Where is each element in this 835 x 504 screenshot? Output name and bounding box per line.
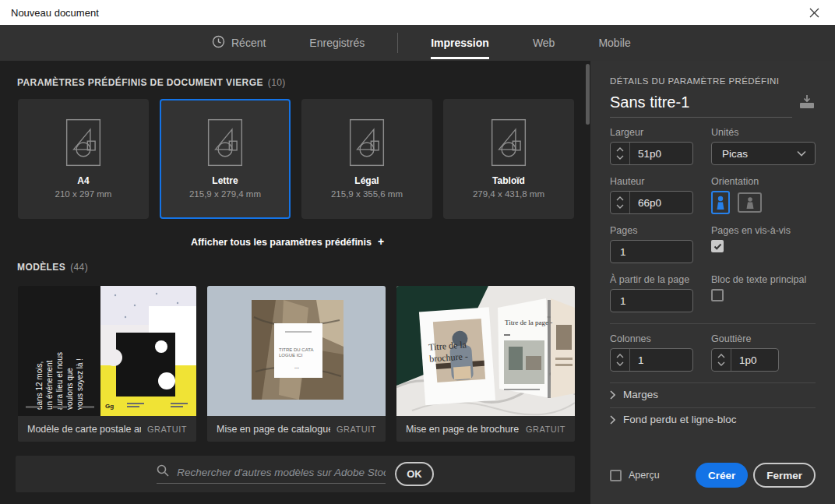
units-dropdown[interactable]: Picas	[711, 142, 816, 165]
chevron-up-icon	[717, 354, 725, 358]
title-bar: Nouveau document	[0, 0, 835, 25]
chevron-down-icon	[797, 150, 806, 157]
tab-label: Mobile	[598, 37, 630, 49]
close-button[interactable]: Fermer	[753, 463, 816, 488]
pages-input[interactable]	[611, 246, 692, 258]
columns-label: Colonnes	[610, 333, 693, 344]
columns-field	[610, 348, 693, 372]
brochure-page-title: Titre de la page -	[505, 319, 552, 326]
orientation-portrait-icon[interactable]	[711, 191, 730, 214]
template-label-row: Mise en page de brochure pa... GRATUIT	[396, 416, 575, 442]
template-name: Mise en page de brochure pa...	[406, 424, 520, 435]
tab-enregistres[interactable]: Enregistrés	[287, 25, 386, 61]
close-icon[interactable]	[805, 5, 824, 21]
presets-count: (10)	[268, 77, 286, 88]
tab-label: Web	[533, 37, 555, 49]
height-input[interactable]	[630, 197, 692, 209]
width-input[interactable]	[630, 148, 692, 160]
gutter-group: Gouttière	[711, 333, 816, 372]
orientation-label: Orientation	[711, 176, 816, 187]
height-field	[610, 191, 693, 214]
document-icon	[64, 118, 103, 167]
preview-checkbox[interactable]	[610, 470, 622, 481]
catalogue-title-line1: TITRE DU CATA	[279, 347, 313, 352]
pages-group: Pages	[610, 225, 693, 263]
preset-card-a4[interactable]: A4 210 x 297 mm	[18, 99, 149, 219]
free-badge: GRATUIT	[336, 425, 376, 434]
chevron-up-icon	[616, 354, 624, 358]
preset-card-legal[interactable]: Légal 215,9 x 355,6 mm	[301, 99, 432, 219]
start-page-input[interactable]	[611, 295, 692, 307]
show-all-presets-link[interactable]: Afficher tous les paramètres prédéfinis+	[0, 235, 575, 248]
search-ok-button[interactable]: OK	[395, 462, 434, 486]
search-input[interactable]	[177, 467, 386, 478]
preset-dims: 215,9 x 355,6 mm	[331, 189, 403, 199]
preset-dims: 279,4 x 431,8 mm	[473, 189, 544, 199]
content-area: PARAMÈTRES PRÉDÉFINIS DE DOCUMENT VIERGE…	[0, 61, 590, 504]
template-thumbnail-brochure: Titre de la brochure - Titre de la page …	[396, 286, 575, 416]
tab-label: Enregistrés	[309, 37, 365, 49]
free-badge: GRATUIT	[147, 425, 187, 434]
template-name: Modèle de carte postale amu...	[27, 424, 141, 435]
preset-dims: 215,9 x 279,4 mm	[189, 189, 261, 199]
chevron-down-icon	[616, 361, 624, 366]
preset-card-tabloid[interactable]: Tabloïd 279,4 x 431,8 mm	[443, 99, 574, 219]
templates-count: (44)	[70, 262, 88, 273]
width-label: Largeur	[610, 127, 693, 138]
save-preset-icon[interactable]	[798, 94, 816, 118]
vertical-scrollbar[interactable]	[586, 64, 590, 125]
gutter-input[interactable]	[731, 354, 778, 366]
bleed-label: Fond perdu et ligne-bloc	[623, 414, 737, 425]
orientation-landscape-icon[interactable]	[738, 192, 762, 213]
margins-label: Marges	[623, 389, 658, 400]
row-pages-facing: Pages Pages en vis-à-vis	[610, 225, 816, 263]
orientation-options	[711, 191, 816, 214]
gutter-label: Gouttière	[711, 333, 816, 344]
tab-recent[interactable]: Récent	[190, 25, 287, 61]
start-page-group: À partir de la page	[610, 274, 693, 312]
preset-name: Tabloïd	[492, 175, 525, 186]
preset-name: A4	[77, 175, 89, 186]
tab-web[interactable]: Web	[511, 25, 577, 61]
postcard-text: dans 12 mois, un événement aura lieu et …	[34, 293, 85, 410]
postcard-left-panel: dans 12 mois, un événement aura lieu et …	[18, 286, 100, 416]
preset-row: A4 210 x 297 mm Lettre 215,9 x 279,4 mm	[18, 99, 574, 219]
orientation-group: Orientation	[711, 176, 816, 214]
primary-text-frame-checkbox[interactable]	[711, 289, 724, 301]
columns-input[interactable]	[630, 354, 692, 366]
document-name-input[interactable]	[610, 93, 792, 118]
units-group: Unités Picas	[711, 127, 816, 165]
chevron-up-icon	[616, 147, 624, 152]
start-page-field	[610, 289, 693, 312]
preset-name: Légal	[354, 175, 379, 186]
primary-text-frame-label: Bloc de texte principal	[711, 274, 816, 285]
template-card-catalogue[interactable]: TITRE DU CATA LOGUE ICI ... Mise en page…	[207, 286, 386, 442]
width-group: Largeur	[610, 127, 693, 165]
template-card-postcard[interactable]: Gg dans 12 mois, un événement aura lieu …	[18, 286, 196, 442]
units-value: Picas	[722, 148, 748, 160]
preset-details-panel: DÉTAILS DU PARAMÈTRE PRÉDÉFINI Largeur	[590, 61, 835, 504]
preset-card-lettre[interactable]: Lettre 215,9 x 279,4 mm	[160, 99, 291, 219]
presets-section-header: PARAMÈTRES PRÉDÉFINIS DE DOCUMENT VIERGE…	[17, 77, 286, 88]
tab-impression[interactable]: Impression	[409, 25, 511, 61]
height-label: Hauteur	[610, 176, 693, 187]
template-card-brochure[interactable]: Titre de la brochure - Titre de la page …	[396, 286, 575, 442]
margins-section-toggle[interactable]: Marges	[610, 383, 816, 407]
postcard-fineprint	[26, 406, 94, 408]
width-field	[610, 142, 693, 165]
chevron-up-icon	[616, 196, 624, 201]
tab-mobile[interactable]: Mobile	[576, 25, 652, 61]
units-label: Unités	[711, 127, 816, 138]
template-label-row: Mise en page de catalogue c... GRATUIT	[207, 416, 386, 442]
gutter-stepper[interactable]	[712, 349, 731, 371]
height-stepper[interactable]	[611, 192, 630, 213]
width-stepper[interactable]	[611, 143, 630, 164]
facing-pages-checkbox[interactable]	[711, 240, 724, 252]
bleed-section-toggle[interactable]: Fond perdu et ligne-bloc	[610, 408, 816, 432]
facing-pages-group: Pages en vis-à-vis	[711, 225, 816, 263]
columns-group: Colonnes	[610, 333, 693, 372]
create-button[interactable]: Créer	[696, 463, 748, 488]
tab-label: Impression	[431, 37, 489, 49]
search-icon	[157, 464, 169, 480]
columns-stepper[interactable]	[611, 349, 630, 371]
